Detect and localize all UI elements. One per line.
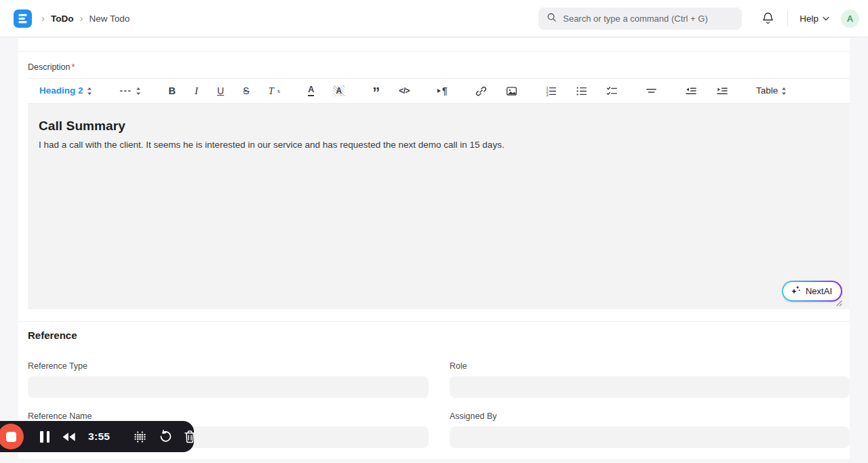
blockquote-button[interactable]: ” <box>372 90 380 96</box>
heading-style-select[interactable]: Heading 2 <box>39 86 92 96</box>
required-asterisk: * <box>72 62 75 72</box>
navbar-divider <box>787 10 788 26</box>
breadcrumb-item-todo[interactable]: ToDo <box>51 14 74 24</box>
italic-button[interactable]: I <box>195 85 198 96</box>
text-color-button[interactable]: A <box>308 85 314 96</box>
assigned-by-field: Assigned By <box>450 411 850 448</box>
bullet-list-button[interactable] <box>576 85 587 97</box>
description-editor[interactable]: Call Summary I had a call with the clien… <box>28 104 850 309</box>
editor-toolbar: Heading 2 --- B I U S Tx A A ” </> ¶ 123 <box>28 78 850 104</box>
role-label: Role <box>450 361 850 371</box>
indent-button[interactable] <box>716 85 728 96</box>
description-field-label: Description* <box>28 62 75 72</box>
right-gutter <box>850 38 868 463</box>
pause-recording-button[interactable] <box>40 431 50 443</box>
reference-type-input[interactable] <box>28 376 429 398</box>
delete-recording-icon[interactable] <box>184 430 196 443</box>
editor-heading-text: Call Summary <box>39 119 839 134</box>
ordered-list-button[interactable]: 123 <box>545 85 557 97</box>
top-navbar: › ToDo › New Todo Help A <box>0 0 868 37</box>
screen-recorder-bar: 3:55 <box>0 421 194 452</box>
check-list-button[interactable] <box>606 85 618 97</box>
search-icon <box>547 12 557 25</box>
paragraph-direction-button[interactable]: ¶ <box>437 86 448 96</box>
reference-section-title: Reference <box>28 329 77 341</box>
assigned-by-input[interactable] <box>450 426 850 448</box>
help-label: Help <box>800 14 818 24</box>
global-search[interactable] <box>538 7 742 30</box>
strikethrough-button[interactable]: S <box>243 86 249 96</box>
chevron-down-icon <box>823 16 829 21</box>
breadcrumb-separator: › <box>80 12 83 24</box>
search-input[interactable] <box>563 14 734 24</box>
restart-recording-icon[interactable] <box>159 430 172 443</box>
role-input[interactable] <box>450 376 850 398</box>
insert-link-button[interactable] <box>475 85 487 97</box>
text-align-button[interactable] <box>646 85 657 97</box>
blur-tool-icon[interactable] <box>133 430 147 444</box>
insert-image-button[interactable] <box>506 85 517 97</box>
recording-timer: 3:55 <box>88 430 110 443</box>
breadcrumb-separator: › <box>41 12 45 24</box>
assigned-by-label: Assigned By <box>450 411 850 421</box>
clear-format-button[interactable]: Tx <box>269 86 281 96</box>
underline-button[interactable]: U <box>217 86 224 96</box>
editor-resize-handle-icon[interactable] <box>835 297 842 309</box>
sparkle-icon <box>791 285 801 298</box>
user-avatar[interactable]: A <box>841 9 859 28</box>
nextai-label: NextAI <box>806 286 832 296</box>
reference-name-label: Reference Name <box>28 411 429 421</box>
reference-type-field: Reference Type <box>28 361 429 398</box>
table-select[interactable]: Table <box>756 86 787 96</box>
svg-text:3: 3 <box>546 92 549 96</box>
code-block-button[interactable]: </> <box>399 87 410 95</box>
stop-icon <box>6 432 16 442</box>
reference-type-label: Reference Type <box>28 361 429 371</box>
form-card: Description* Heading 2 --- B I U S Tx A … <box>18 38 850 459</box>
horizontal-rule-select[interactable]: --- <box>120 86 141 96</box>
stop-recording-button[interactable] <box>0 424 24 449</box>
nextai-button[interactable]: NextAI <box>782 281 842 302</box>
breadcrumb-item-new-todo[interactable]: New Todo <box>90 14 130 24</box>
outdent-button[interactable] <box>685 85 697 96</box>
highlight-color-button[interactable]: A <box>333 85 344 96</box>
editor-paragraph-text: I had a call with the client. It seems h… <box>39 140 839 150</box>
help-menu[interactable]: Help <box>800 14 829 24</box>
section-divider <box>18 321 850 322</box>
role-field: Role <box>450 361 850 398</box>
bold-button[interactable]: B <box>169 86 176 96</box>
rewind-button[interactable] <box>61 432 77 442</box>
app-logo-icon[interactable] <box>14 9 32 28</box>
notifications-bell-icon[interactable] <box>761 11 776 26</box>
breadcrumb: › ToDo › New Todo <box>41 14 130 24</box>
card-top-hairline <box>18 51 850 52</box>
